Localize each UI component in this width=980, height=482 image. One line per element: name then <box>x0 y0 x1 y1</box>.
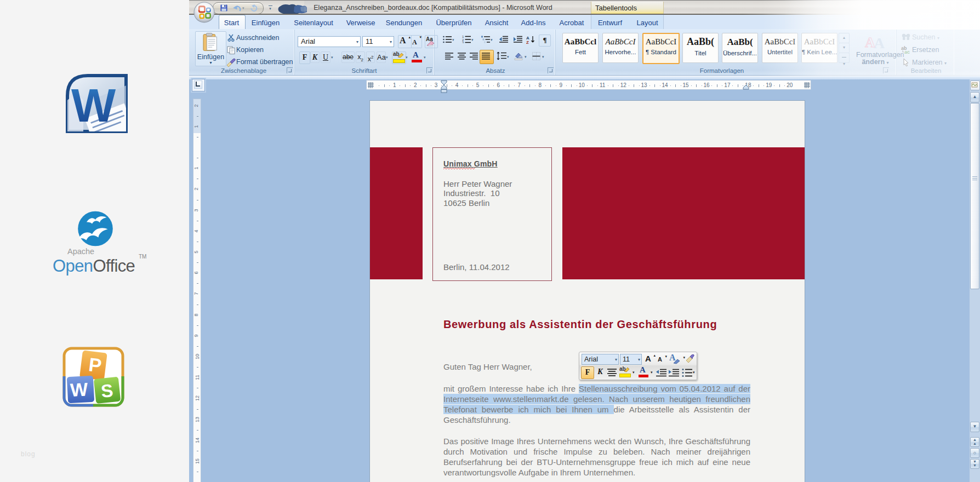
svg-text:P: P <box>88 353 103 376</box>
svg-text:TM: TM <box>139 254 146 260</box>
svg-text:Z: Z <box>526 40 529 44</box>
svg-text:Apache: Apache <box>67 247 94 256</box>
svg-text:W: W <box>70 378 89 400</box>
svg-text:W: W <box>71 79 116 131</box>
svg-text:S: S <box>100 380 114 401</box>
svg-text:ac: ac <box>904 49 910 54</box>
svg-text:3: 3 <box>462 41 464 44</box>
svg-text:OpenOffice: OpenOffice <box>53 256 135 276</box>
svg-text:A: A <box>874 35 885 49</box>
